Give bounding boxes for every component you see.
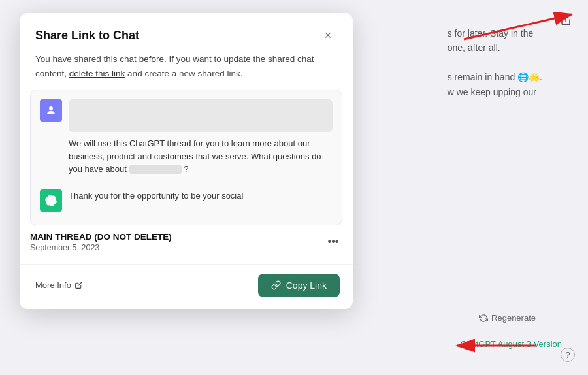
regenerate-button[interactable]: Regenerate	[479, 313, 536, 323]
chatgpt-version-link[interactable]: ChatGPT August 3 Version	[461, 339, 562, 349]
thread-info: MAIN THREAD (DO NOT DELETE) September 5,…	[20, 225, 353, 261]
gpt-avatar	[40, 189, 62, 212]
copy-link-button[interactable]: Copy Link	[258, 274, 340, 297]
delete-link[interactable]: delete this link	[69, 69, 125, 78]
thread-date: September 5, 2023	[30, 243, 172, 252]
link-icon	[271, 280, 281, 290]
svg-point-3	[49, 106, 53, 110]
more-info-link[interactable]: More Info	[35, 280, 83, 290]
bg-text: s for later. Stay in the one, after all.…	[448, 13, 542, 99]
share-icon[interactable]	[557, 10, 575, 29]
user-avatar	[40, 99, 62, 122]
chat-preview: We will use this ChatGPT thread for you …	[30, 90, 342, 225]
close-button[interactable]: ×	[319, 26, 337, 44]
modal-description: You have shared this chat before. If you…	[20, 52, 353, 90]
before-link[interactable]: before	[139, 54, 164, 64]
modal-footer: More Info Copy Link	[20, 264, 353, 309]
blurred-word	[129, 165, 182, 174]
user-message: We will use this ChatGPT thread for you …	[40, 99, 333, 176]
thread-title: MAIN THREAD (DO NOT DELETE)	[30, 232, 172, 242]
modal-title: Share Link to Chat	[35, 29, 139, 42]
svg-line-4	[78, 282, 82, 286]
divider	[40, 184, 333, 184]
external-link-icon	[74, 281, 83, 289]
gpt-message: Thank you for the opportunity to be your…	[40, 189, 333, 218]
modal-header: Share Link to Chat ×	[20, 13, 353, 52]
help-icon[interactable]: ?	[561, 348, 575, 362]
gpt-message-text: Thank you for the opportunity to be your…	[69, 189, 243, 203]
share-link-modal: Share Link to Chat × You have shared thi…	[20, 13, 353, 309]
user-message-content: We will use this ChatGPT thread for you …	[69, 99, 333, 176]
thread-menu-button[interactable]: •••	[324, 233, 342, 251]
